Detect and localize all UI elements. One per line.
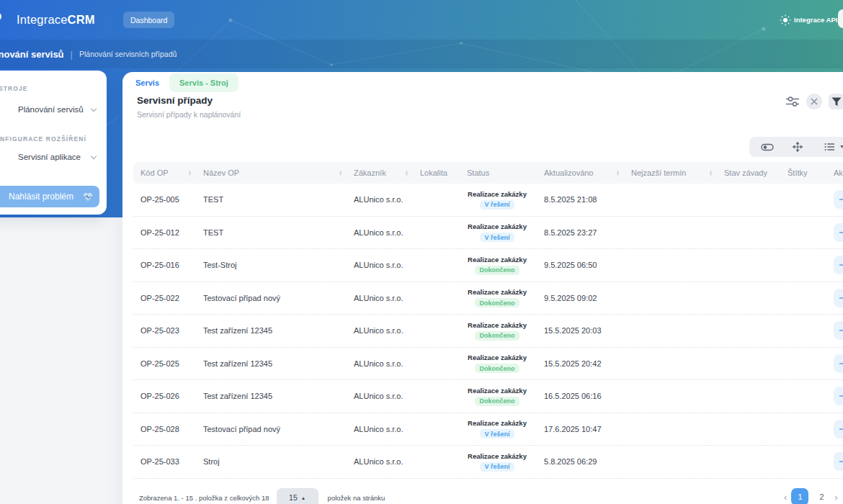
cell-zakaznik: ALUnico s.r.o. bbox=[354, 228, 420, 237]
page-button-2[interactable]: 2 bbox=[813, 488, 830, 504]
integrace-api-label[interactable]: Integrace API bbox=[794, 16, 837, 24]
row-detail-button[interactable] bbox=[834, 223, 843, 242]
cell-kod-op: OP-25-026 bbox=[140, 392, 203, 400]
cell-zakaznik: ALUnico s.r.o. bbox=[354, 195, 420, 204]
cell-akce bbox=[834, 387, 843, 405]
column-nazev-op[interactable]: Název OP▲▼ bbox=[203, 168, 354, 177]
status-name: Realizace zakázky bbox=[468, 190, 527, 198]
per-page-label: položek na stránku bbox=[328, 494, 385, 502]
cell-nazev-op: TEST bbox=[203, 228, 354, 237]
clear-filter-button[interactable] bbox=[806, 94, 822, 109]
page-size-select[interactable]: 15 ▲ bbox=[277, 488, 318, 504]
column-zakaznik[interactable]: Zákazník▲▼ bbox=[354, 168, 420, 177]
breadcrumb-subtitle: Plánování servisních případů bbox=[79, 50, 177, 58]
cell-zakaznik: ALUnico s.r.o. bbox=[354, 359, 420, 368]
cell-aktualizovano: 9.5.2025 06:50 bbox=[533, 261, 631, 269]
row-detail-button[interactable] bbox=[834, 452, 843, 471]
cell-akce bbox=[834, 289, 843, 307]
cell-nazev-op: Test zařízení 12345 bbox=[203, 359, 354, 368]
cell-akce bbox=[834, 321, 843, 340]
health-icon bbox=[83, 192, 93, 202]
cell-aktualizovano: 16.5.2025 06:16 bbox=[533, 392, 631, 400]
cell-status: Realizace zakázky Dokončeno bbox=[461, 354, 533, 373]
sidebar-item-planovani-servisu[interactable]: Plánování servisů bbox=[18, 105, 84, 114]
row-detail-button[interactable] bbox=[834, 321, 843, 340]
cell-kod-op: OP-25-012 bbox=[140, 228, 203, 237]
column-nejzazsi-termin[interactable]: Nejzazší termín▲▼ bbox=[631, 168, 724, 177]
column-aktualizovano[interactable]: Aktualizováno▲▼ bbox=[533, 168, 631, 177]
cell-aktualizovano: 5.8.2025 06:29 bbox=[533, 457, 631, 466]
status-badge: Dokončeno bbox=[475, 397, 519, 406]
row-detail-button[interactable] bbox=[834, 289, 843, 307]
sidebar-section-stroje: STROJE bbox=[0, 85, 28, 92]
filter-button[interactable] bbox=[829, 94, 843, 109]
main-content: Servis Servis - Stroj Servisní případy S… bbox=[122, 72, 843, 504]
header-edge-button[interactable] bbox=[838, 9, 843, 28]
tab-servis[interactable]: Servis bbox=[125, 73, 169, 92]
row-detail-button[interactable] bbox=[834, 420, 843, 438]
move-icon[interactable] bbox=[793, 142, 803, 152]
arrow-right-icon bbox=[839, 327, 843, 334]
chevron-down-icon[interactable]: ▼ bbox=[839, 144, 843, 149]
cell-zakaznik: ALUnico s.r.o. bbox=[354, 457, 420, 466]
arrow-right-icon bbox=[839, 196, 843, 203]
table-row: OP-25-016 Test-Stroj ALUnico s.r.o. Real… bbox=[133, 249, 843, 282]
row-detail-button[interactable] bbox=[834, 190, 843, 209]
tab-servis-stroj[interactable]: Servis - Stroj bbox=[169, 73, 238, 92]
cell-aktualizovano: 9.5.2025 09:02 bbox=[533, 294, 631, 302]
toggle-icon[interactable] bbox=[761, 142, 774, 153]
cell-akce bbox=[834, 420, 843, 438]
arrow-right-icon bbox=[839, 360, 843, 367]
status-name: Realizace zakázky bbox=[468, 452, 527, 460]
table-row: OP-25-023 Test zařízení 12345 ALUnico s.… bbox=[133, 315, 843, 348]
cell-status: Realizace zakázky V řešení bbox=[461, 419, 533, 438]
cell-zakaznik: ALUnico s.r.o. bbox=[354, 326, 420, 335]
next-page-icon[interactable]: › bbox=[834, 492, 837, 503]
row-detail-button[interactable] bbox=[834, 256, 843, 274]
arrow-right-icon bbox=[839, 392, 843, 400]
cell-zakaznik: ALUnico s.r.o. bbox=[354, 425, 420, 433]
cell-status: Realizace zakázky Dokončeno bbox=[461, 288, 533, 307]
page: IntegraceCRM Dashboard Integrace API Plá… bbox=[0, 0, 843, 504]
page-button-1[interactable]: 1 bbox=[791, 488, 808, 504]
row-detail-button[interactable] bbox=[834, 387, 843, 405]
column-lokalita[interactable]: Lokalita bbox=[420, 168, 461, 177]
cell-kod-op: OP-25-016 bbox=[140, 261, 203, 269]
sidebar: STROJE Plánování servisů KONFIGURACE ROZ… bbox=[0, 71, 107, 215]
table-row: OP-25-026 Test zařízení 12345 ALUnico s.… bbox=[133, 380, 843, 413]
cell-aktualizovano: 8.5.2025 21:08 bbox=[533, 195, 631, 204]
cell-nazev-op: Test zařízení 12345 bbox=[203, 392, 354, 400]
row-detail-button[interactable] bbox=[834, 354, 843, 373]
chevron-down-icon bbox=[91, 153, 97, 159]
sidebar-item-servisni-aplikace[interactable]: Servisní aplikace bbox=[18, 153, 81, 161]
status-badge: Dokončeno bbox=[475, 298, 519, 307]
column-kod-op[interactable]: Kód OP▲▼ bbox=[140, 168, 203, 177]
sort-icon: ▲▼ bbox=[339, 170, 342, 176]
table-row: OP-25-012 TEST ALUnico s.r.o. Realizace … bbox=[133, 217, 843, 250]
arrow-right-icon bbox=[839, 426, 843, 433]
page-title: Servisní případy bbox=[137, 95, 213, 106]
cell-status: Realizace zakázky Dokončeno bbox=[461, 387, 533, 406]
funnel-icon bbox=[831, 97, 842, 107]
cell-nazev-op: Testovací případ nový bbox=[203, 294, 354, 302]
column-status[interactable]: Status bbox=[461, 168, 533, 177]
theme-sun-icon[interactable] bbox=[779, 14, 792, 27]
cell-zakaznik: ALUnico s.r.o. bbox=[354, 261, 420, 269]
report-problem-button[interactable]: Nahlásit problém bbox=[0, 186, 99, 207]
pagination: ‹ 1 2 › bbox=[784, 488, 838, 504]
page-size-value: 15 bbox=[289, 493, 298, 502]
cell-status: Realizace zakázky V řešení bbox=[461, 452, 533, 472]
brand-name: IntegraceCRM bbox=[17, 13, 95, 27]
cell-nazev-op: Test zařízení 12345 bbox=[203, 326, 354, 335]
column-akce[interactable]: Akce bbox=[834, 168, 843, 177]
cell-kod-op: OP-25-022 bbox=[140, 294, 203, 302]
cell-akce bbox=[834, 223, 843, 242]
list-icon[interactable] bbox=[824, 142, 835, 152]
nav-dashboard-button[interactable]: Dashboard bbox=[123, 12, 174, 28]
prev-page-icon[interactable]: ‹ bbox=[784, 492, 787, 503]
column-stitky[interactable]: Štítky bbox=[788, 168, 834, 177]
column-stav-zavady[interactable]: Stav závady bbox=[724, 168, 788, 177]
table-row: OP-25-025 Test zařízení 12345 ALUnico s.… bbox=[133, 348, 843, 381]
sliders-icon[interactable] bbox=[785, 96, 800, 107]
arrow-right-icon bbox=[839, 261, 843, 269]
